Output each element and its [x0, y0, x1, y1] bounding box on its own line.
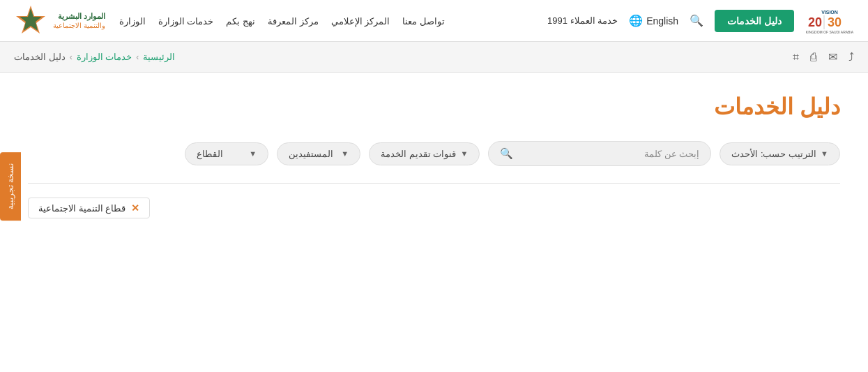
beneficiaries-dropdown[interactable]: ▼ المستفيدين: [277, 142, 360, 165]
sort-dropdown-label: الترتيب حسب: الأحدث: [731, 149, 816, 159]
sector-dropdown[interactable]: ▼ القطاع: [185, 142, 268, 165]
remove-filter-button[interactable]: ✕: [131, 202, 139, 214]
nav-wizara[interactable]: الوزارة: [119, 15, 146, 27]
breadcrumb-current: دليل الخدمات: [14, 52, 66, 62]
side-tab-label: نسخة تجريبية: [6, 163, 15, 209]
active-filters: ✕ قطاع التنمية الاجتماعية: [28, 198, 840, 218]
email-icon[interactable]: ✉: [828, 50, 837, 64]
breadcrumb-sep-2: ›: [70, 52, 73, 62]
filters-row: ▼ الترتيب حسب: الأحدث 🔍 ▼ قنوات تقديم ال…: [28, 141, 840, 166]
svg-text:20: 20: [808, 15, 822, 29]
svg-text:30: 30: [828, 15, 842, 29]
trial-version-tab[interactable]: نسخة تجريبية: [0, 151, 21, 220]
nav-tawasal[interactable]: تواصل معنا: [402, 15, 445, 27]
customer-service-number: خدمة العملاء 1991: [547, 15, 618, 26]
sector-chevron: ▼: [249, 149, 257, 158]
nav-marifa[interactable]: مركز المعرفة: [268, 15, 319, 27]
svg-text:VISION: VISION: [821, 10, 838, 15]
main-nav-links: تواصل معنا المركز الإعلامي مركز المعرفة …: [119, 15, 445, 27]
search-mag-icon: 🔍: [500, 147, 513, 160]
keyword-search-input[interactable]: [519, 149, 699, 159]
nav-khidmat[interactable]: خدمات الوزارة: [158, 15, 214, 27]
language-toggle[interactable]: English 🌐: [629, 14, 678, 27]
sector-label: القطاع: [197, 149, 223, 159]
nav-nahj[interactable]: نهج بكم: [226, 15, 255, 27]
page-title: دليل الخدمات: [28, 94, 840, 120]
ministry-name-line2: والتنمية الاجتماعية: [53, 21, 105, 30]
nav-ilami[interactable]: المركز الإعلامي: [331, 15, 390, 27]
share-icon[interactable]: ⤴: [848, 51, 854, 64]
top-navigation: VISION 20 30 KINGDOM OF SAUDI ARABIA دلي…: [0, 0, 868, 42]
bookmark-icon[interactable]: ⌗: [793, 51, 799, 64]
toolbar-action-icons: ⤴ ✉ ⎙ ⌗: [793, 50, 854, 64]
ministry-name-block: الموارد البشرية والتنمية الاجتماعية: [53, 11, 105, 30]
breadcrumb-sep-1: ›: [136, 52, 139, 62]
breadcrumb-home[interactable]: الرئيسية: [143, 52, 175, 62]
active-filter-tag[interactable]: ✕ قطاع التنمية الاجتماعية: [28, 198, 150, 218]
keyword-search-wrapper[interactable]: 🔍: [488, 141, 711, 166]
breadcrumb-ministry-services[interactable]: خدمات الوزارة: [77, 52, 132, 62]
sort-dropdown[interactable]: ▼ الترتيب حسب: الأحدث: [719, 142, 840, 165]
main-content: دليل الخدمات ▼ الترتيب حسب: الأحدث 🔍 ▼ ق…: [0, 73, 868, 239]
nav-right: تواصل معنا المركز الإعلامي مركز المعرفة …: [14, 4, 445, 38]
svg-text:KINGDOM OF SAUDI ARABIA: KINGDOM OF SAUDI ARABIA: [806, 30, 854, 34]
ministry-name-line1: الموارد البشرية: [53, 11, 105, 21]
channels-label: قنوات تقديم الخدمة: [381, 149, 456, 159]
active-filter-label: قطاع التنمية الاجتماعية: [38, 203, 125, 214]
sort-dropdown-chevron: ▼: [821, 149, 828, 158]
globe-icon: 🌐: [629, 14, 643, 27]
nav-search-icon[interactable]: 🔍: [690, 14, 703, 27]
nav-left: VISION 20 30 KINGDOM OF SAUDI ARABIA دلي…: [547, 6, 854, 36]
print-icon[interactable]: ⎙: [810, 51, 817, 64]
vision-2030-logo: VISION 20 30 KINGDOM OF SAUDI ARABIA: [805, 6, 854, 36]
channels-dropdown[interactable]: ▼ قنوات تقديم الخدمة: [369, 142, 480, 165]
breadcrumb: الرئيسية › خدمات الوزارة › دليل الخدمات: [14, 52, 175, 62]
beneficiaries-chevron: ▼: [341, 149, 349, 158]
toolbar: ⤴ ✉ ⎙ ⌗ الرئيسية › خدمات الوزارة › دليل …: [0, 42, 868, 73]
filters-divider: [28, 183, 840, 184]
services-guide-button[interactable]: دليل الخدمات: [715, 10, 794, 32]
ministry-star-icon: [14, 4, 47, 38]
ministry-logo: الموارد البشرية والتنمية الاجتماعية: [14, 4, 105, 38]
english-label: English: [646, 15, 678, 27]
channels-chevron: ▼: [460, 149, 468, 158]
beneficiaries-label: المستفيدين: [289, 149, 333, 159]
vision-logo-area: VISION 20 30 KINGDOM OF SAUDI ARABIA: [805, 6, 854, 36]
